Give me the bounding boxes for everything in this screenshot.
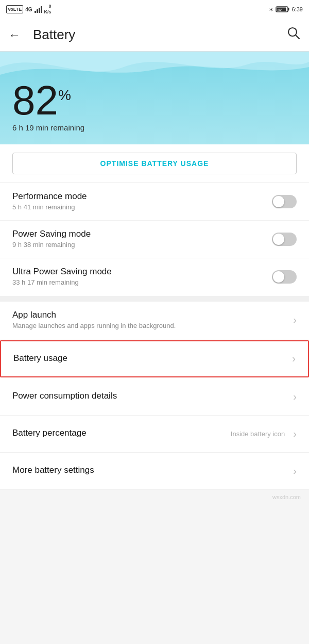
search-icon	[286, 26, 301, 40]
battery-icon-status: 82	[276, 6, 290, 13]
more-settings-content: More battery settings	[12, 465, 289, 476]
power-saving-toggle[interactable]	[272, 233, 297, 246]
power-saving-right	[272, 233, 297, 246]
app-launch-item[interactable]: App launch Manage launches and apps runn…	[0, 302, 309, 339]
power-consumption-right: ›	[289, 391, 297, 403]
svg-point-4	[288, 28, 297, 36]
status-right: ∗ 82 6:39	[269, 6, 303, 13]
ultra-power-title: Ultra Power Saving mode	[12, 267, 272, 277]
battery-percent-display: 82%	[12, 80, 297, 121]
bluetooth-icon: ∗	[269, 6, 273, 13]
page-title: Battery	[33, 27, 282, 43]
battery-percentage-item[interactable]: Battery percentage Inside battery icon ›	[0, 416, 309, 453]
svg-line-5	[296, 36, 300, 39]
optimise-section: OPTIMISE BATTERY USAGE	[0, 144, 309, 183]
data-speed: 0 K/s	[44, 4, 52, 15]
bar1	[35, 11, 36, 13]
back-button[interactable]: ←	[4, 24, 25, 46]
battery-remaining-text: 6 h 19 min remaining	[12, 123, 297, 132]
app-launch-content: App launch Manage launches and apps runn…	[12, 310, 289, 331]
app-launch-right: ›	[289, 314, 297, 326]
power-saving-mode-item[interactable]: Power Saving mode 9 h 38 min remaining	[0, 221, 309, 258]
battery-usage-title: Battery usage	[13, 353, 288, 364]
ultra-power-content: Ultra Power Saving mode 33 h 17 min rema…	[12, 267, 272, 287]
network-type: 4G	[25, 7, 32, 12]
app-launch-title: App launch	[12, 310, 289, 320]
ultra-power-toggle[interactable]	[272, 270, 297, 284]
battery-usage-chevron: ›	[292, 353, 296, 365]
more-settings-chevron: ›	[293, 465, 297, 477]
battery-percentage-value: Inside battery icon	[231, 430, 285, 438]
performance-mode-title: Performance mode	[12, 191, 272, 202]
more-battery-settings-item[interactable]: More battery settings ›	[0, 453, 309, 490]
top-nav: ← Battery	[0, 19, 309, 52]
performance-mode-content: Performance mode 5 h 41 min remaining	[12, 191, 272, 212]
bar2	[37, 9, 38, 13]
power-consumption-title: Power consumption details	[12, 391, 289, 401]
power-consumption-chevron: ›	[293, 391, 297, 403]
more-settings-right: ›	[289, 465, 297, 477]
search-button[interactable]	[282, 22, 305, 48]
bar3	[39, 8, 40, 13]
volte-badge: VoLTE	[6, 5, 23, 13]
signal-bars	[35, 6, 42, 13]
app-launch-subtitle: Manage launches and apps running in the …	[12, 321, 289, 331]
time-display: 6:39	[292, 6, 303, 12]
power-saving-subtitle: 9 h 38 min remaining	[12, 240, 272, 250]
performance-mode-right	[272, 195, 297, 208]
battery-percentage-chevron: ›	[293, 428, 297, 440]
svg-text:82: 82	[278, 8, 282, 12]
battery-percentage-content: Battery percentage	[12, 428, 231, 439]
battery-banner: 82% 6 h 19 min remaining	[0, 52, 309, 144]
status-bar: VoLTE 4G 0 K/s ∗ 82 6:39	[0, 0, 309, 19]
power-saving-content: Power Saving mode 9 h 38 min remaining	[12, 229, 272, 250]
battery-usage-content: Battery usage	[13, 353, 288, 365]
status-left: VoLTE 4G 0 K/s	[6, 4, 52, 15]
power-saving-title: Power Saving mode	[12, 229, 272, 239]
performance-mode-item[interactable]: Performance mode 5 h 41 min remaining	[0, 183, 309, 221]
battery-percentage-title: Battery percentage	[12, 428, 231, 438]
menu-list: App launch Manage launches and apps runn…	[0, 302, 309, 490]
ultra-power-right	[272, 270, 297, 284]
section-divider	[0, 296, 309, 302]
more-settings-title: More battery settings	[12, 465, 289, 475]
optimise-battery-button[interactable]: OPTIMISE BATTERY USAGE	[12, 153, 297, 174]
battery-usage-right: ›	[288, 353, 296, 365]
app-launch-chevron: ›	[293, 314, 297, 326]
battery-percentage-right: Inside battery icon ›	[231, 428, 297, 440]
performance-mode-toggle[interactable]	[272, 195, 297, 208]
ultra-power-subtitle: 33 h 17 min remaining	[12, 278, 272, 287]
watermark: wsxdn.com	[0, 490, 309, 504]
svg-rect-1	[288, 8, 289, 11]
ultra-power-saving-item[interactable]: Ultra Power Saving mode 33 h 17 min rema…	[0, 258, 309, 296]
power-consumption-item[interactable]: Power consumption details ›	[0, 378, 309, 416]
battery-usage-item[interactable]: Battery usage ›	[0, 340, 309, 377]
bar4	[41, 6, 42, 13]
power-consumption-content: Power consumption details	[12, 391, 289, 402]
settings-toggle-list: Performance mode 5 h 41 min remaining Po…	[0, 183, 309, 296]
performance-mode-subtitle: 5 h 41 min remaining	[12, 203, 272, 212]
